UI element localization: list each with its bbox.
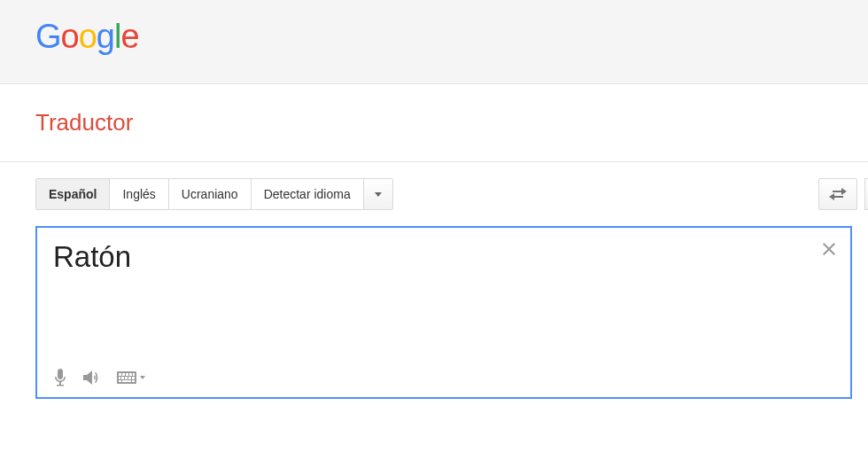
language-toolbar: Español Inglés Ucraniano Detectar idioma xyxy=(0,162,868,210)
svg-rect-2 xyxy=(122,373,125,376)
input-method-button[interactable] xyxy=(117,371,145,384)
svg-rect-12 xyxy=(122,380,131,382)
svg-rect-13 xyxy=(132,380,135,382)
chevron-down-icon xyxy=(140,376,145,379)
google-logo: Google xyxy=(35,18,868,56)
microphone-icon[interactable] xyxy=(53,369,67,386)
input-tools xyxy=(53,369,145,386)
source-lang-tab[interactable]: Inglés xyxy=(110,179,168,209)
svg-rect-9 xyxy=(128,377,131,379)
source-language-tabs: Español Inglés Ucraniano Detectar idioma xyxy=(35,178,393,210)
more-languages-dropdown[interactable] xyxy=(364,179,392,209)
svg-rect-8 xyxy=(125,377,128,379)
svg-rect-10 xyxy=(132,377,135,379)
detect-language-tab[interactable]: Detectar idioma xyxy=(252,179,364,209)
header: Google xyxy=(0,0,868,84)
close-icon xyxy=(822,242,836,256)
source-text-box[interactable] xyxy=(35,226,852,399)
input-area xyxy=(35,226,868,399)
source-lang-tab[interactable]: Ucraniano xyxy=(169,179,252,209)
keyboard-icon xyxy=(117,371,136,384)
svg-rect-1 xyxy=(119,373,121,376)
clear-input-button[interactable] xyxy=(822,240,836,260)
swap-languages-button[interactable] xyxy=(818,178,857,210)
svg-rect-4 xyxy=(129,373,132,376)
swap-icon xyxy=(829,188,847,200)
title-bar: Traductor xyxy=(0,84,868,162)
target-lang-cutoff xyxy=(864,178,868,210)
svg-rect-3 xyxy=(126,373,128,376)
svg-rect-7 xyxy=(121,377,124,379)
svg-rect-6 xyxy=(119,377,120,379)
app-title: Traductor xyxy=(35,109,133,136)
chevron-down-icon xyxy=(375,192,382,197)
svg-rect-5 xyxy=(133,373,135,376)
source-text-input[interactable] xyxy=(53,240,808,274)
speaker-icon[interactable] xyxy=(83,370,101,386)
svg-rect-11 xyxy=(119,380,121,382)
swap-area xyxy=(818,178,868,210)
source-lang-tab-selected[interactable]: Español xyxy=(36,179,110,209)
